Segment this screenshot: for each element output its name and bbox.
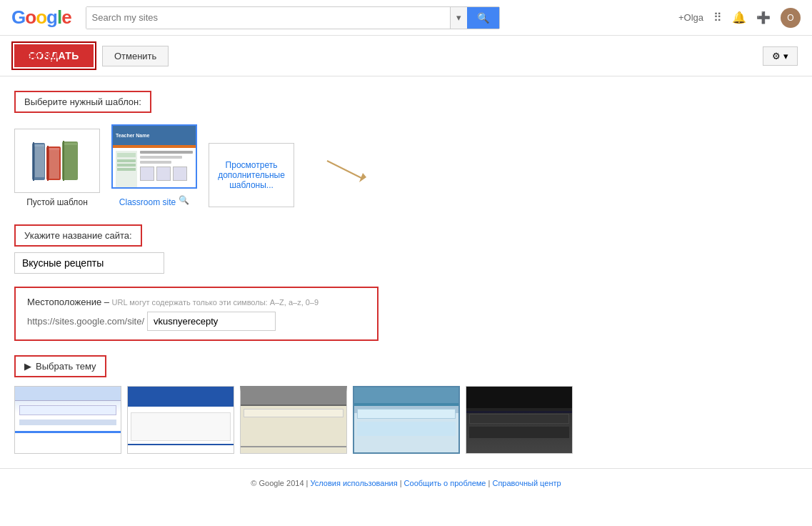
theme-item-4[interactable] — [353, 386, 460, 454]
svg-rect-7 — [63, 141, 64, 181]
report-link[interactable]: Сообщить о проблеме — [404, 479, 486, 487]
svg-rect-6 — [62, 142, 78, 180]
search-submit-button[interactable]: 🔍 — [467, 7, 499, 29]
add-icon[interactable]: ➕ — [756, 11, 771, 24]
avatar[interactable]: O — [781, 8, 801, 28]
terms-link[interactable]: Условия использования — [311, 479, 398, 487]
settings-button[interactable]: ⚙ ▾ — [763, 46, 798, 66]
svg-rect-10 — [49, 148, 59, 179]
site-name-input[interactable] — [14, 252, 164, 274]
settings-dropdown-icon: ▾ — [783, 51, 788, 61]
location-hint: URL могут содержать только эти символы: … — [112, 298, 319, 307]
location-label: Местоположение — [27, 297, 101, 307]
theme-item-3[interactable] — [240, 386, 347, 454]
more-templates-item[interactable]: Просмотреть дополнительные шаблоны... — [209, 143, 294, 207]
template-item-classroom[interactable]: Teacher Name — [111, 124, 197, 207]
classroom-template-label: Classroom site — [119, 197, 176, 207]
svg-rect-9 — [35, 144, 44, 177]
template-section-label: Выберите нужный шаблон: — [14, 91, 151, 113]
blank-template-thumb — [14, 129, 100, 193]
svg-rect-8 — [64, 143, 77, 145]
more-templates-box: Просмотреть дополнительные шаблоны... — [209, 143, 294, 207]
theme-item-2[interactable] — [127, 386, 234, 454]
apps-icon[interactable]: ⠿ — [713, 11, 722, 24]
help-link[interactable]: Справочный центр — [492, 479, 561, 487]
arrow-decoration — [320, 157, 377, 186]
more-templates-text: Просмотреть дополнительные шаблоны... — [209, 154, 294, 196]
theme-thumbs — [14, 386, 798, 454]
username-label: +Olga — [678, 12, 703, 23]
blank-books-icon — [29, 136, 86, 186]
svg-rect-4 — [47, 146, 49, 181]
template-row: Пустой шаблон Teacher Name — [14, 124, 798, 207]
main-content: Выберите нужный шаблон: — [0, 76, 812, 454]
classroom-label-wrap: Classroom site 🔍 — [119, 193, 189, 207]
template-section: Выберите нужный шаблон: — [14, 91, 798, 207]
header-right: +Olga ⠿ 🔔 ➕ O — [678, 8, 801, 28]
theme-toggle-label: Выбрать тему — [36, 361, 96, 372]
location-section: Местоположение – URL могут содержать тол… — [14, 287, 379, 341]
theme-toggle[interactable]: ▶ Выбрать тему — [14, 355, 106, 377]
location-row: https://sites.google.com/site/ — [27, 312, 366, 331]
search-input[interactable] — [86, 7, 450, 29]
theme-chevron-icon: ▶ — [24, 361, 31, 372]
classroom-preview: Teacher Name — [113, 126, 196, 187]
cancel-button[interactable]: Отменить — [102, 46, 169, 66]
footer: © Google 2014 | Условия использования | … — [0, 468, 812, 497]
header: G o o g l e ▾ 🔍 +Olga ⠿ 🔔 ➕ O — [0, 0, 812, 36]
search-dropdown-button[interactable]: ▾ — [450, 7, 467, 29]
page-title-main: Сайты — [14, 48, 58, 64]
bell-icon[interactable]: 🔔 — [732, 11, 746, 24]
theme-section: ▶ Выбрать тему — [14, 355, 798, 454]
settings-icon: ⚙ — [772, 51, 781, 61]
arrow-icon — [320, 157, 377, 186]
search-bar: ▾ 🔍 — [86, 6, 500, 29]
svg-rect-1 — [33, 142, 34, 181]
location-url-input[interactable] — [147, 312, 276, 331]
classroom-template-thumb: Teacher Name — [111, 124, 197, 189]
site-name-label: Укажите название сайта: — [14, 224, 142, 247]
google-logo: G o o g l e — [11, 6, 71, 29]
location-base-url: https://sites.google.com/site/ — [27, 316, 144, 327]
theme-item-1[interactable] — [14, 386, 121, 454]
copyright: © Google 2014 — [251, 479, 304, 487]
blank-template-label: Пустой шаблон — [26, 197, 88, 207]
svg-line-11 — [327, 161, 363, 179]
site-name-section: Укажите название сайта: — [14, 224, 798, 274]
classroom-search-icon: 🔍 — [179, 195, 189, 205]
theme-item-5[interactable] — [466, 386, 573, 454]
sub-header: СОЗДАТЬ Отменить Сайты ⚙ ▾ Сайты — [0, 36, 812, 76]
location-title: Местоположение – URL могут содержать тол… — [27, 297, 366, 307]
template-item-blank[interactable]: Пустой шаблон — [14, 129, 100, 207]
